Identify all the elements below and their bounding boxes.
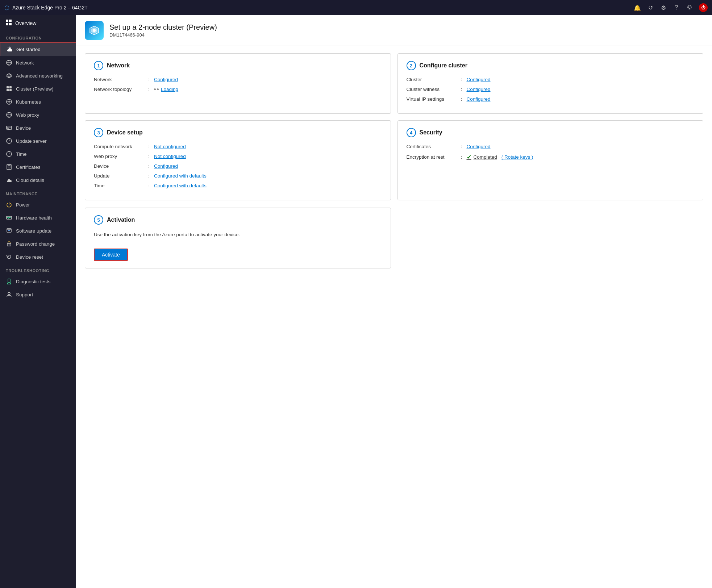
sidebar-item-advanced-networking[interactable]: Advanced networking	[0, 69, 76, 82]
sidebar-item-label: Network	[16, 60, 34, 66]
sidebar-item-diagnostic-tests[interactable]: Diagnostic tests	[0, 275, 76, 288]
cluster-row-cluster: Cluster : Configured	[407, 77, 695, 82]
sidebar-item-device[interactable]: Device	[0, 121, 76, 134]
sidebar-item-label: Cluster (Preview)	[16, 86, 54, 92]
encryption-status: ✔ Completed ( Rotate keys )	[467, 154, 533, 160]
svg-point-14	[8, 101, 10, 103]
sidebar-item-update-server[interactable]: Update server	[0, 134, 76, 147]
card-number-5: 5	[94, 215, 103, 225]
refresh-icon[interactable]: ↺	[647, 4, 654, 11]
sidebar-item-certificates[interactable]: Certificates	[0, 160, 76, 174]
cluster-witness-link[interactable]: Configured	[467, 87, 491, 92]
device-icon	[6, 125, 12, 131]
svg-point-30	[8, 166, 10, 168]
cluster-configured-link[interactable]: Configured	[467, 77, 491, 82]
card-configure-cluster-title: 2 Configure cluster	[407, 61, 695, 70]
card-number-3: 3	[94, 128, 103, 137]
activate-button[interactable]: Activate	[94, 249, 128, 261]
update-configured-link[interactable]: Configured with defaults	[154, 173, 207, 179]
page-header: Set up a 2-node cluster (Preview) DM1174…	[76, 15, 712, 46]
sidebar-item-label: Update server	[16, 138, 47, 144]
time-icon	[6, 151, 12, 157]
sidebar-item-label: Device reset	[16, 254, 43, 260]
certificates-link[interactable]: Configured	[467, 144, 491, 149]
cloud-details-icon	[6, 177, 12, 183]
sidebar-item-label: Device	[16, 125, 31, 131]
sidebar-section-maintenance: MAINTENANCE	[0, 187, 76, 198]
loading-dots	[154, 88, 159, 90]
sidebar-item-cloud-details[interactable]: Cloud details	[0, 174, 76, 187]
support-icon	[6, 291, 12, 298]
sidebar-item-power[interactable]: Power	[0, 198, 76, 211]
sidebar-item-kubernetes[interactable]: Kubernetes	[0, 95, 76, 108]
svg-rect-1	[9, 20, 12, 22]
title-bar-text: Azure Stack Edge Pro 2 – 64G2T	[12, 5, 88, 11]
device-row-compute: Compute network : Not configured	[94, 144, 382, 149]
web-proxy-link[interactable]: Not configured	[154, 154, 186, 159]
sidebar-item-overview[interactable]: Overview	[0, 15, 76, 31]
power-button[interactable]: ⏻	[699, 3, 708, 12]
virtual-ip-settings-link[interactable]: Configured	[467, 96, 491, 102]
sidebar-section-configuration: CONFIGURATION	[0, 31, 76, 42]
web-proxy-icon	[6, 112, 12, 118]
card-network: 1 Network Network : Configured Network t…	[85, 53, 391, 114]
device-row-time: Time : Configured with defaults	[94, 183, 382, 188]
sidebar-item-label: Hardware health	[16, 215, 52, 221]
help-icon[interactable]: ?	[673, 4, 680, 11]
sidebar-item-label: Get started	[16, 47, 41, 52]
sidebar-item-software-update[interactable]: Software update	[0, 224, 76, 237]
security-row-encryption: Encryption at rest : ✔ Completed ( Rotat…	[407, 154, 695, 160]
sidebar-item-get-started[interactable]: Get started	[0, 42, 76, 56]
network-icon	[6, 59, 12, 66]
time-configured-link[interactable]: Configured with defaults	[154, 183, 207, 188]
bell-icon[interactable]: 🔔	[634, 4, 641, 11]
page-subtitle: DM1174466-904	[109, 32, 217, 38]
title-bar-left: ⬡ Azure Stack Edge Pro 2 – 64G2T	[4, 4, 88, 11]
sidebar-item-time[interactable]: Time	[0, 147, 76, 160]
card-security-title: 4 Security	[407, 128, 695, 137]
cards-grid: 1 Network Network : Configured Network t…	[76, 46, 712, 208]
software-update-icon	[6, 228, 12, 234]
card-number-4: 4	[407, 128, 416, 137]
sidebar-item-password-change[interactable]: Password change	[0, 237, 76, 250]
hardware-health-icon	[6, 214, 12, 221]
sidebar-item-cluster-preview[interactable]: Cluster (Preview)	[0, 82, 76, 95]
card-activation-title: 5 Activation	[94, 215, 382, 225]
power-icon	[6, 201, 12, 208]
activation-section: 5 Activation Use the activation key from…	[76, 208, 712, 277]
sidebar: Overview CONFIGURATION Get started Netwo…	[0, 15, 76, 588]
sidebar-item-label: Time	[16, 151, 27, 157]
device-configured-link[interactable]: Configured	[154, 163, 178, 169]
card-security: 4 Security Certificates : Configured Enc…	[397, 120, 704, 200]
sidebar-item-hardware-health[interactable]: Hardware health	[0, 211, 76, 224]
page-title: Set up a 2-node cluster (Preview)	[109, 23, 217, 32]
network-configured-link[interactable]: Configured	[154, 77, 178, 82]
svg-point-39	[8, 292, 10, 295]
sidebar-item-label: Power	[16, 202, 30, 208]
sidebar-section-troubleshooting: TROUBLESHOOTING	[0, 263, 76, 275]
compute-network-link[interactable]: Not configured	[154, 144, 186, 149]
card-activation: 5 Activation Use the activation key from…	[85, 208, 391, 268]
sidebar-item-label: Web proxy	[16, 112, 39, 118]
copyright-icon[interactable]: ©	[686, 4, 693, 11]
title-bar-right: 🔔 ↺ ⚙ ? © ⏻	[634, 3, 708, 12]
cloud-icon	[6, 46, 13, 53]
rotate-keys-link[interactable]: ( Rotate keys )	[501, 154, 533, 160]
security-row-certificates: Certificates : Configured	[407, 144, 695, 149]
certificates-icon	[6, 164, 12, 170]
gear-icon[interactable]: ⚙	[660, 4, 667, 11]
sidebar-item-web-proxy[interactable]: Web proxy	[0, 108, 76, 121]
card-network-title: 1 Network	[94, 61, 382, 70]
network-topology-link[interactable]: Loading	[154, 87, 178, 92]
svg-point-37	[9, 245, 10, 246]
sidebar-item-label: Software update	[16, 228, 51, 234]
svg-rect-10	[9, 86, 12, 88]
sidebar-item-label: Kubernetes	[16, 99, 41, 105]
card-device-setup-title: 3 Device setup	[94, 128, 382, 137]
title-bar: ⬡ Azure Stack Edge Pro 2 – 64G2T 🔔 ↺ ⚙ ?…	[0, 0, 712, 15]
sidebar-item-support[interactable]: Support	[0, 288, 76, 301]
sidebar-item-label: Support	[16, 292, 33, 297]
device-row-device: Device : Configured	[94, 163, 382, 169]
sidebar-item-network[interactable]: Network	[0, 56, 76, 69]
sidebar-item-device-reset[interactable]: Device reset	[0, 250, 76, 263]
